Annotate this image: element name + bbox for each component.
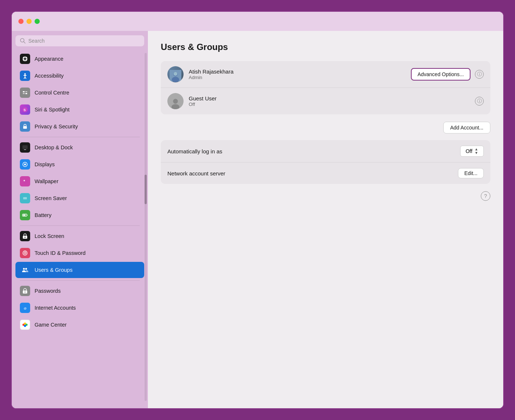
maximize-button[interactable]: [35, 19, 40, 24]
sidebar-label-screensaver: Screen Saver: [35, 195, 67, 201]
user-info-guest: Guest User Off: [189, 95, 475, 107]
minimize-button[interactable]: [26, 19, 32, 24]
sidebar-label-internet: Internet Accounts: [35, 305, 76, 311]
svg-point-19: [24, 164, 26, 165]
user-info-button-guest[interactable]: ⓘ: [475, 97, 484, 106]
system-preferences-window: Search Appearance Accessibility Contr: [11, 11, 504, 409]
sidebar-label-touchid: Touch ID & Password: [35, 250, 86, 256]
sidebar: Search Appearance Accessibility Contr: [12, 31, 148, 408]
add-account-row: Add Account...: [161, 122, 490, 134]
sidebar-item-battery[interactable]: Battery: [15, 207, 144, 223]
svg-point-47: [173, 99, 178, 104]
auto-login-stepper[interactable]: Off ▲ ▼: [460, 146, 484, 157]
sidebar-item-displays[interactable]: Displays: [15, 156, 144, 172]
svg-point-28: [25, 237, 26, 238]
sidebar-item-appearance[interactable]: Appearance: [15, 51, 144, 67]
sidebar-item-users[interactable]: Users & Groups: [15, 262, 144, 278]
sidebar-label-displays: Displays: [35, 161, 55, 167]
sidebar-item-internet[interactable]: @ Internet Accounts: [15, 300, 144, 316]
sidebar-label-siri: Siri & Spotlight: [35, 107, 70, 113]
lockscreen-icon: [20, 231, 30, 241]
sidebar-label-accessibility: Accessibility: [35, 73, 64, 79]
svg-point-21: [24, 180, 25, 181]
sidebar-label-battery: Battery: [35, 212, 52, 218]
sidebar-label-lockscreen: Lock Screen: [35, 233, 64, 239]
page-title: Users & Groups: [161, 42, 490, 52]
user-info-button-atish[interactable]: ⓘ: [475, 70, 484, 79]
user-avatar-atish: [167, 66, 184, 82]
svg-line-8: [25, 77, 26, 79]
svg-rect-16: [22, 145, 28, 149]
accessibility-icon: [20, 71, 30, 81]
sidebar-label-wallpaper: Wallpaper: [35, 178, 58, 184]
svg-point-3: [24, 58, 26, 60]
user-photo-guest: [167, 93, 184, 109]
sidebar-item-siri[interactable]: S Siri & Spotlight: [15, 102, 144, 118]
traffic-lights: [18, 19, 40, 24]
internet-icon: @: [20, 303, 30, 313]
titlebar: [12, 12, 503, 31]
settings-card: Automatically log in as Off ▲ ▼ Network …: [161, 140, 490, 184]
gamecenter-icon: [20, 320, 30, 330]
divider-1: [20, 137, 140, 137]
svg-rect-15: [23, 126, 27, 129]
svg-rect-9: [23, 91, 25, 92]
svg-point-20: [22, 179, 28, 184]
siri-icon: S: [20, 104, 30, 115]
add-account-button[interactable]: Add Account...: [443, 122, 490, 134]
svg-text:@: @: [24, 307, 27, 310]
edit-button[interactable]: Edit...: [458, 168, 484, 178]
user-name-guest: Guest User: [189, 95, 475, 102]
svg-rect-26: [23, 215, 26, 216]
desktop-icon: [20, 142, 30, 153]
sidebar-item-wallpaper[interactable]: Wallpaper: [15, 173, 144, 189]
svg-point-33: [25, 268, 27, 270]
search-icon: [20, 38, 26, 44]
svg-rect-10: [25, 93, 27, 94]
sidebar-label-desktop: Desktop & Dock: [35, 145, 73, 150]
sidebar-item-control[interactable]: Control Centre: [15, 85, 144, 101]
sidebar-item-screensaver[interactable]: Screen Saver: [15, 190, 144, 206]
search-bar[interactable]: Search: [15, 35, 144, 46]
sidebar-item-desktop[interactable]: Desktop & Dock: [15, 139, 144, 156]
battery-icon: [20, 210, 30, 220]
svg-rect-23: [23, 197, 27, 199]
main-content: Users & Groups: [148, 31, 503, 408]
user-avatar-guest: [167, 93, 184, 109]
screensaver-icon: [20, 193, 30, 203]
sidebar-label-gamecenter: Game Center: [35, 322, 67, 328]
wallpaper-icon: [20, 176, 30, 186]
window-content: Search Appearance Accessibility Contr: [12, 31, 503, 408]
svg-point-44: [172, 77, 179, 82]
sidebar-item-lockscreen[interactable]: Lock Screen: [15, 228, 144, 244]
user-role-atish: Admin: [189, 75, 411, 80]
sidebar-item-privacy[interactable]: Privacy & Security: [15, 118, 144, 135]
sidebar-item-gamecenter[interactable]: Game Center: [15, 317, 144, 333]
scrollbar-track: [145, 53, 147, 401]
svg-line-1: [24, 42, 25, 43]
scrollbar-thumb[interactable]: [145, 175, 147, 204]
control-icon: [20, 88, 30, 98]
user-info-atish: Atish Rajasekhara Admin: [189, 68, 411, 80]
auto-login-row: Automatically log in as Off ▲ ▼: [161, 140, 490, 162]
sidebar-label-control: Control Centre: [35, 90, 69, 96]
search-input[interactable]: Search: [28, 38, 140, 44]
close-button[interactable]: [18, 19, 24, 24]
sidebar-item-accessibility[interactable]: Accessibility: [15, 68, 144, 84]
advanced-options-button[interactable]: Advanced Options...: [411, 68, 470, 81]
help-button[interactable]: ?: [481, 191, 490, 201]
network-server-row: Network account server Edit...: [161, 162, 490, 184]
svg-point-31: [25, 253, 25, 253]
divider-3: [20, 280, 140, 281]
svg-rect-25: [27, 215, 28, 216]
passwords-icon: [20, 286, 30, 296]
user-name-atish: Atish Rajasekhara: [189, 68, 411, 75]
users-card: Atish Rajasekhara Admin Advanced Options…: [161, 61, 490, 114]
user-row-atish: Atish Rajasekhara Admin Advanced Options…: [161, 61, 490, 88]
sidebar-item-passwords[interactable]: Passwords: [15, 283, 144, 299]
sidebar-item-touchid[interactable]: Touch ID & Password: [15, 245, 144, 261]
svg-point-32: [23, 268, 25, 270]
svg-point-4: [24, 73, 26, 75]
displays-icon: [20, 159, 30, 170]
appearance-icon: [20, 54, 30, 64]
